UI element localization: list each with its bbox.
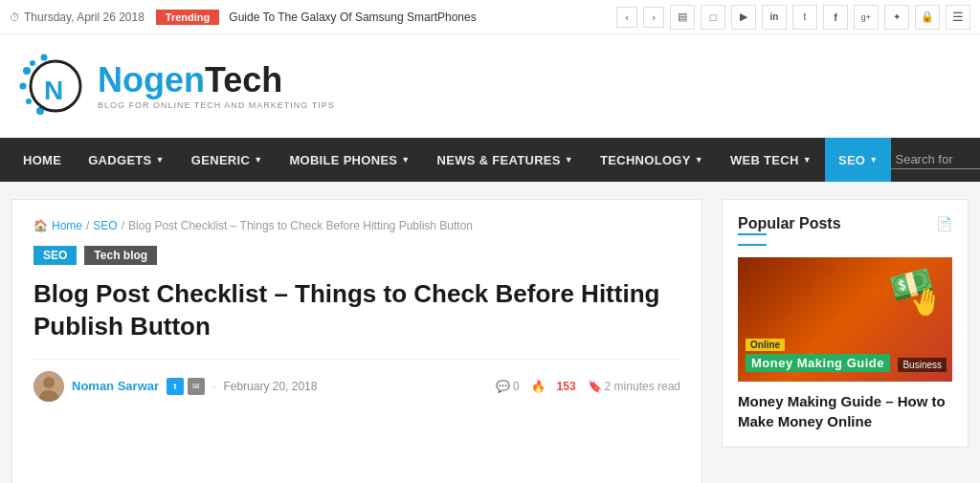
logo-tech: Tech [205,60,282,99]
comment-icon: 💬 [496,380,510,393]
date-text: Thursday, April 26 2018 [24,11,145,24]
gadgets-arrow: ▼ [156,155,165,165]
svg-point-0 [23,67,31,75]
top-bar: ⏱ Thursday, April 26 2018 Trending Guide… [0,0,980,34]
sidebar: Popular Posts 📄 💵 🤚 Online Money Making … [722,199,969,483]
svg-point-2 [26,99,32,104]
svg-point-5 [41,55,48,61]
logo-icon: N [19,52,88,121]
trending-label: Trending [156,10,219,25]
title-underline [738,244,767,246]
main-content: 🏠 Home / SEO / Blog Post Checklist – Thi… [11,199,702,483]
logo-tagline: Blog For Online Tech And Marketing Tips [98,100,335,110]
seo-arrow: ▼ [869,155,878,165]
tag-tech[interactable]: Tech blog [84,246,157,265]
rss-icon[interactable]: ▤ [670,5,695,30]
next-arrow[interactable]: › [643,7,664,28]
author-name[interactable]: Noman Sarwar [72,379,159,393]
label-guide: Money Making Guide [746,354,890,372]
search-input[interactable] [891,150,980,169]
tag-seo[interactable]: SEO [33,246,77,265]
breadcrumb-sep1: / [86,219,89,232]
breadcrumb-current: Blog Post Checklist – Things to Check Be… [128,219,473,232]
date-separator: · [212,380,215,393]
news-arrow: ▼ [565,155,573,165]
menu-icon[interactable]: ☰ [946,5,970,30]
article-meta: 💬 0 🔥 153 🔖 2 minutes read [496,380,680,393]
breadcrumb-home[interactable]: Home [52,219,82,232]
nav-search: 🔍 [891,150,980,169]
widget-doc-icon[interactable]: 📄 [936,216,952,231]
logo-area[interactable]: N NogenTech Blog For Online Tech And Mar… [19,52,335,121]
label-online: Online [746,339,785,351]
svg-point-4 [30,60,35,66]
nav-news[interactable]: NEWS & FEATURES▼ [424,138,587,182]
breadcrumb: 🏠 Home / SEO / Blog Post Checklist – Thi… [33,219,680,232]
facebook-icon[interactable]: f [823,5,848,30]
fire-icon: 🔥 [531,380,546,393]
tag-row: SEO Tech blog [33,246,680,265]
mobile-arrow: ▼ [401,155,410,165]
clock-icon: ⏱ [10,11,20,23]
comments-count: 💬 0 [496,380,520,393]
content-wrapper: 🏠 Home / SEO / Blog Post Checklist – Thi… [2,199,978,483]
top-bar-right: ‹ › ▤ □ ▶ in t f g+ ✦ 🔒 ☰ [616,5,970,30]
label-business: Business [898,358,947,372]
nav-seo[interactable]: SEO▼ [825,138,892,182]
popular-post-image[interactable]: 💵 🤚 Online Money Making Guide Business [738,257,952,382]
author-email-icon[interactable]: ✉ [188,378,205,395]
youtube-icon[interactable]: ▶ [731,5,756,30]
main-nav: HOME GADGETS▼ GENERIC▼ MOBILE PHONES▼ NE… [0,138,980,182]
lock-icon[interactable]: 🔒 [915,5,940,30]
linkedin-icon[interactable]: in [762,5,787,30]
logo-name: NogenTech [98,63,335,98]
nav-gadgets[interactable]: GADGETS▼ [75,138,178,182]
svg-point-9 [43,377,55,388]
instagram-icon[interactable]: □ [701,5,725,30]
author-social-icons: t ✉ [167,378,205,395]
share-icon[interactable]: ✦ [884,5,909,30]
breadcrumb-sep2: / [122,219,124,232]
twitter-icon[interactable]: t [792,5,817,30]
logo-text-area: NogenTech Blog For Online Tech And Marke… [98,63,335,110]
bookmark-icon: 🔖 [588,380,602,393]
widget-title-row: Popular Posts 📄 [738,215,952,232]
google-plus-icon[interactable]: g+ [854,5,879,30]
nav-web-tech[interactable]: WEB TECH▼ [717,138,825,182]
prev-arrow[interactable]: ‹ [616,7,637,28]
nav-technology[interactable]: TECHNOLOGY▼ [587,138,717,182]
nav-mobile-phones[interactable]: MOBILE PHONES▼ [276,138,423,182]
tech-arrow: ▼ [695,155,703,165]
hand-emoji: 🤚 [906,283,945,320]
fire-count: 153 [557,380,576,393]
trending-text: Guide To The Galaxy Of Samsung SmartPhon… [229,11,616,24]
nav-home[interactable]: HOME [10,138,75,182]
article-title: Blog Post Checklist – Things to Check Be… [33,278,680,343]
read-time: 🔖 2 minutes read [588,380,680,393]
author-twitter-icon[interactable]: t [167,378,184,395]
popular-post-title[interactable]: Money Making Guide – How to Make Money O… [738,391,952,431]
breadcrumb-seo[interactable]: SEO [93,219,117,232]
svg-point-1 [20,83,27,90]
article-date: February 20, 2018 [223,380,317,393]
popular-posts-title: Popular Posts [738,215,841,231]
svg-text:N: N [44,76,63,105]
generic-arrow: ▼ [254,155,262,165]
webtech-arrow: ▼ [803,155,812,165]
popular-posts-widget: Popular Posts 📄 💵 🤚 Online Money Making … [722,199,969,448]
author-row: Noman Sarwar t ✉ · February 20, 2018 💬 0… [33,359,680,402]
nav-generic[interactable]: GENERIC▼ [178,138,277,182]
site-header: N NogenTech Blog For Online Tech And Mar… [0,34,980,138]
widget-title-wrap: Popular Posts [738,215,841,232]
home-icon: 🏠 [33,219,48,232]
author-avatar [33,371,64,402]
logo-nogen: Nogen [98,60,205,99]
